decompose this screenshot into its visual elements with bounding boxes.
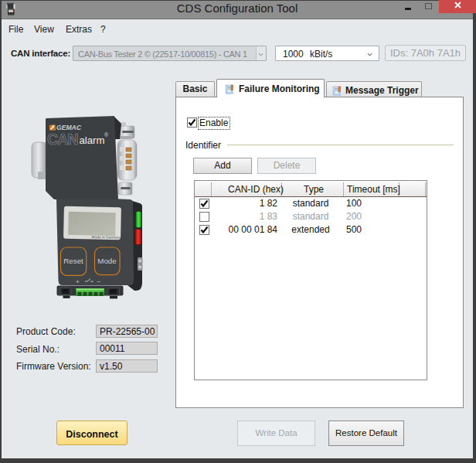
svg-text:alarm: alarm — [80, 134, 105, 146]
svg-text:–: – — [97, 277, 101, 284]
svg-text:Mode: Mode — [97, 257, 117, 265]
svg-text:CAN: CAN — [47, 131, 78, 148]
svg-text:Made in Germany: Made in Germany — [92, 235, 122, 240]
svg-text:+: + — [76, 278, 80, 285]
svg-text:Reset: Reset — [63, 257, 83, 265]
svg-text:®: ® — [104, 132, 109, 138]
